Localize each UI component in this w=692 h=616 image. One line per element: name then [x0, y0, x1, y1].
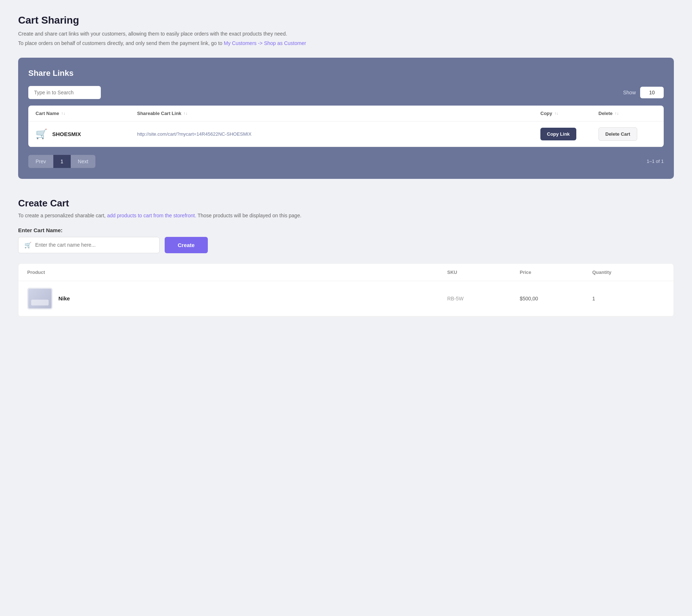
delete-cart-button[interactable]: Delete Cart: [598, 127, 637, 141]
create-cart-title: Create Cart: [18, 198, 674, 209]
panel-title: Share Links: [28, 69, 664, 78]
sort-icon-link: ↑↓: [184, 111, 188, 115]
sort-icon-cart-name: ↑↓: [61, 111, 65, 115]
current-page-button[interactable]: 1: [53, 155, 71, 168]
col-copy: Copy ↑↓: [540, 111, 598, 116]
col-delete: Delete ↑↓: [598, 111, 656, 116]
create-cart-subtitle: To create a personalized sharable cart, …: [18, 213, 674, 218]
share-links-table: Cart Name ↑↓ Shareable Cart Link ↑↓ Copy…: [28, 106, 664, 147]
create-cart-button[interactable]: Create: [165, 237, 208, 253]
show-count-input[interactable]: [640, 87, 664, 98]
products-table: Product SKU Price Quantity Nike RB-5W $5…: [18, 263, 674, 317]
product-name-cell: Nike: [27, 288, 447, 309]
subtitle-pre-text: To place orders on behalf of customers d…: [18, 40, 224, 46]
product-thumbnail: [27, 288, 53, 309]
cart-link-cell: http://site.com/cart/?mycart=14R45622NC-…: [137, 131, 540, 137]
cart-name-input-wrap: 🛒: [18, 237, 160, 253]
pagination-row: Prev 1 Next 1–1 of 1: [28, 155, 664, 168]
search-show-row: Show: [28, 86, 664, 99]
col-cart-name: Cart Name ↑↓: [36, 111, 137, 116]
products-table-header: Product SKU Price Quantity: [18, 264, 674, 281]
cart-name-text: SHOESMIX: [52, 131, 81, 137]
share-links-panel: Share Links Show Cart Name ↑↓ Shareable …: [18, 58, 674, 179]
products-col-price: Price: [520, 270, 592, 275]
pagination-info: 1–1 of 1: [647, 159, 664, 164]
subtitle-post: Those products will be displayed on this…: [198, 213, 301, 218]
sort-icon-delete: ↑↓: [615, 111, 619, 115]
my-customers-link[interactable]: My Customers -> Shop as Customer: [224, 40, 306, 46]
products-col-product: Product: [27, 270, 447, 275]
cart-name-input-row: 🛒 Create: [18, 237, 674, 253]
page-subtitle-1: Create and share cart links with your cu…: [18, 30, 674, 38]
prev-page-button[interactable]: Prev: [28, 155, 53, 168]
product-name: Nike: [58, 295, 70, 301]
subtitle-pre: To create a personalized sharable cart,: [18, 213, 107, 218]
cart-name-field[interactable]: [35, 242, 153, 248]
copy-link-button[interactable]: Copy Link: [540, 128, 576, 140]
products-col-sku: SKU: [447, 270, 520, 275]
col-shareable-link: Shareable Cart Link ↑↓: [137, 111, 540, 116]
page-subtitle-2: To place orders on behalf of customers d…: [18, 39, 674, 47]
show-row: Show: [623, 87, 664, 98]
storefront-link[interactable]: add products to cart from the storefront…: [107, 213, 196, 218]
enter-cart-label: Enter Cart Name:: [18, 227, 674, 233]
cart-icon: 🛒: [36, 128, 47, 140]
pagination-buttons: Prev 1 Next: [28, 155, 95, 168]
page-title: Cart Sharing: [18, 15, 674, 26]
search-input[interactable]: [28, 86, 101, 99]
create-cart-section: Create Cart To create a personalized sha…: [18, 198, 674, 317]
table-header: Cart Name ↑↓ Shareable Cart Link ↑↓ Copy…: [28, 106, 664, 122]
product-price: $500,00: [520, 296, 592, 301]
product-thumbnail-img: [28, 289, 52, 308]
products-table-row: Nike RB-5W $500,00 1: [18, 281, 674, 316]
show-label: Show: [623, 90, 636, 95]
products-col-quantity: Quantity: [592, 270, 665, 275]
delete-cell: Delete Cart: [598, 127, 656, 141]
table-row: 🛒 SHOESMIX http://site.com/cart/?mycart=…: [28, 122, 664, 147]
product-sku: RB-5W: [447, 296, 520, 301]
cart-name-cell: 🛒 SHOESMIX: [36, 128, 137, 140]
cart-shareable-link[interactable]: http://site.com/cart/?mycart=14R45622NC-…: [137, 131, 251, 137]
product-quantity: 1: [592, 296, 665, 301]
copy-cell: Copy Link: [540, 128, 598, 140]
sort-icon-copy: ↑↓: [555, 111, 559, 115]
cart-icon-input: 🛒: [24, 242, 32, 249]
next-page-button[interactable]: Next: [71, 155, 96, 168]
